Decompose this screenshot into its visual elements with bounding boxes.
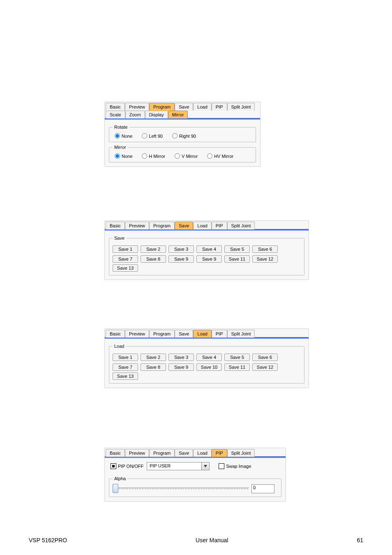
- tab-save[interactable]: Save: [175, 449, 193, 457]
- load-group: Load Save 1Save 2Save 3Save 4Save 5Save …: [109, 344, 304, 384]
- save-legend: Save: [113, 236, 126, 240]
- button-save-11[interactable]: Save 11: [224, 363, 250, 371]
- swap-image-checkbox[interactable]: Swap Image: [219, 463, 251, 469]
- button-save-8[interactable]: Save 8: [141, 363, 166, 371]
- button-save-2[interactable]: Save 2: [141, 245, 166, 253]
- tab-load[interactable]: Load: [193, 222, 211, 229]
- radio-left-90[interactable]: Left 90: [140, 134, 163, 139]
- radio-v-mirror[interactable]: V Mirror: [173, 154, 198, 159]
- tabs: BasicPreviewProgramSaveLoadPIPSplit Join…: [105, 329, 309, 337]
- button-save-6[interactable]: Save 6: [252, 354, 278, 361]
- pip-mode-value: PIP USER: [147, 462, 201, 470]
- radio-hv-mirror[interactable]: HV Mirror: [205, 154, 233, 159]
- rotate-legend: Rotate: [113, 125, 129, 130]
- button-save-13[interactable]: Save 13: [113, 264, 138, 272]
- tab-split-joint[interactable]: Split Joint: [227, 330, 255, 338]
- button-save-9[interactable]: Save 9: [196, 255, 222, 263]
- button-save-12[interactable]: Save 12: [252, 363, 278, 371]
- pip-panel: BasicPreviewProgramSaveLoadPIPSplit Join…: [104, 448, 286, 502]
- button-save-4[interactable]: Save 4: [196, 245, 222, 253]
- pip-onoff-label: PIP ON/OFF: [118, 464, 143, 469]
- button-save-7[interactable]: Save 7: [113, 363, 138, 371]
- button-save-10[interactable]: Save 10: [196, 363, 222, 371]
- radio-none[interactable]: None: [113, 154, 132, 159]
- tab-display[interactable]: Display: [145, 111, 168, 118]
- chevron-down-icon[interactable]: [201, 462, 210, 470]
- tab-preview[interactable]: Preview: [125, 330, 149, 338]
- button-save-9[interactable]: Save 9: [168, 255, 194, 263]
- tab-split-joint[interactable]: Split Joint: [227, 222, 255, 229]
- save-group: Save Save 1Save 2Save 3Save 4Save 5Save …: [109, 236, 304, 275]
- footer-page: 61: [357, 537, 363, 543]
- footer-title: User Manual: [196, 537, 228, 543]
- button-save-8[interactable]: Save 8: [141, 255, 166, 263]
- tabs-top: BasicPreviewProgramSaveLoadPIPSplit Join…: [105, 102, 260, 110]
- tab-pip[interactable]: PIP: [212, 449, 227, 457]
- tabs: BasicPreviewProgramSaveLoadPIPSplit Join…: [105, 448, 286, 456]
- save-panel: BasicPreviewProgramSaveLoadPIPSplit Join…: [104, 220, 309, 280]
- tab-save[interactable]: Save: [175, 103, 193, 111]
- button-save-5[interactable]: Save 5: [224, 354, 250, 361]
- alpha-value[interactable]: 0: [251, 484, 274, 493]
- button-save-1[interactable]: Save 1: [113, 245, 138, 253]
- tab-preview[interactable]: Preview: [125, 103, 149, 111]
- alpha-track[interactable]: [113, 488, 249, 489]
- button-save-2[interactable]: Save 2: [141, 354, 166, 361]
- tab-scale[interactable]: Scale: [106, 111, 125, 118]
- load-panel: BasicPreviewProgramSaveLoadPIPSplit Join…: [104, 328, 309, 388]
- radio-h-mirror[interactable]: H Mirror: [140, 154, 165, 159]
- button-save-5[interactable]: Save 5: [224, 245, 250, 253]
- tab-save[interactable]: Save: [175, 330, 193, 338]
- tab-basic[interactable]: Basic: [106, 449, 125, 457]
- tabs-bottom: ScaleZoomDisplayMirror: [105, 110, 260, 118]
- tab-mirror[interactable]: Mirror: [168, 111, 188, 118]
- tab-split-joint[interactable]: Split Joint: [227, 103, 255, 111]
- tab-pip[interactable]: PIP: [212, 330, 227, 338]
- load-legend: Load: [113, 344, 126, 349]
- tab-program[interactable]: Program: [149, 330, 175, 338]
- button-save-6[interactable]: Save 6: [252, 245, 278, 253]
- button-save-7[interactable]: Save 7: [113, 255, 138, 263]
- alpha-group: Alpha 0: [109, 476, 281, 497]
- alpha-thumb[interactable]: [113, 484, 118, 493]
- program-mirror-panel: BasicPreviewProgramSaveLoadPIPSplit Join…: [104, 102, 261, 167]
- mirror-group: Mirror NoneH MirrorV MirrorHV Mirror: [109, 145, 256, 162]
- button-save-3[interactable]: Save 3: [168, 354, 194, 361]
- tab-preview[interactable]: Preview: [125, 222, 149, 229]
- mirror-legend: Mirror: [113, 145, 128, 150]
- pip-onoff-checkbox[interactable]: PIP ON/OFF: [111, 463, 143, 469]
- pip-mode-combo[interactable]: PIP USER: [147, 462, 210, 470]
- button-save-4[interactable]: Save 4: [196, 354, 222, 361]
- tab-pip[interactable]: PIP: [212, 103, 227, 111]
- radio-none[interactable]: None: [113, 134, 132, 139]
- tab-basic[interactable]: Basic: [106, 330, 125, 338]
- button-save-13[interactable]: Save 13: [113, 372, 138, 380]
- button-save-11[interactable]: Save 11: [224, 255, 250, 263]
- footer-model: VSP 5162PRO: [29, 537, 67, 543]
- swap-image-label: Swap Image: [226, 464, 251, 469]
- button-save-1[interactable]: Save 1: [113, 354, 138, 361]
- tab-program[interactable]: Program: [149, 222, 175, 229]
- tab-pip[interactable]: PIP: [212, 222, 227, 229]
- button-save-12[interactable]: Save 12: [252, 255, 278, 263]
- tab-split-joint[interactable]: Split Joint: [227, 449, 255, 457]
- page-footer: VSP 5162PRO User Manual 61: [0, 537, 392, 543]
- radio-right-90[interactable]: Right 90: [170, 134, 196, 139]
- tab-load[interactable]: Load: [193, 103, 211, 111]
- alpha-legend: Alpha: [113, 476, 127, 481]
- tab-save[interactable]: Save: [175, 222, 193, 229]
- tab-basic[interactable]: Basic: [106, 103, 125, 111]
- tab-load[interactable]: Load: [193, 330, 211, 338]
- tab-zoom[interactable]: Zoom: [125, 111, 145, 118]
- tab-program[interactable]: Program: [149, 449, 175, 457]
- tab-load[interactable]: Load: [193, 449, 211, 457]
- tabs: BasicPreviewProgramSaveLoadPIPSplit Join…: [105, 221, 309, 229]
- tab-preview[interactable]: Preview: [125, 449, 149, 457]
- button-save-3[interactable]: Save 3: [168, 245, 194, 253]
- tab-program[interactable]: Program: [149, 103, 175, 111]
- tab-basic[interactable]: Basic: [106, 222, 125, 229]
- button-save-9[interactable]: Save 9: [168, 363, 194, 371]
- rotate-group: Rotate NoneLeft 90Right 90: [109, 125, 256, 142]
